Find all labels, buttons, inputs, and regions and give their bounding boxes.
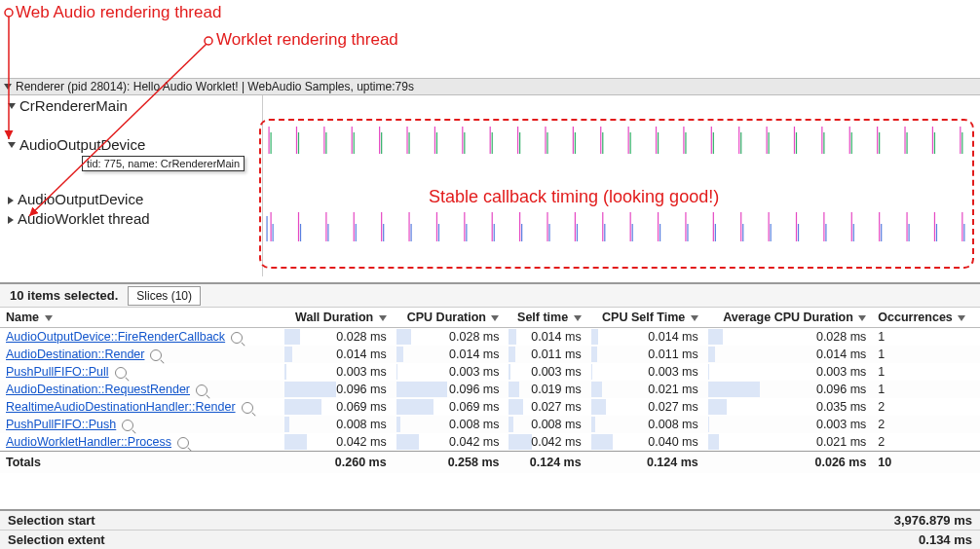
table-row[interactable]: PushPullFIFO::Push0.008 ms0.008 ms0.008 …	[0, 416, 980, 433]
cell-value: 0.003 ms	[281, 363, 393, 381]
slice-name[interactable]: PushPullFIFO::Pull	[0, 363, 281, 381]
cell-value: 0.003 ms	[704, 416, 873, 433]
cell-value: 0.069 ms	[281, 398, 393, 416]
slice-name[interactable]: RealtimeAudioDestinationHandler::Render	[0, 398, 281, 416]
annotation-web-audio: Web Audio rendering thread	[16, 3, 221, 22]
chevron-down-icon[interactable]	[4, 84, 12, 90]
slice-table: Name Wall Duration CPU Duration Self tim…	[0, 308, 980, 473]
cell-value: 0.028 ms	[281, 328, 393, 347]
items-selected-label: 10 items selected.	[10, 288, 118, 303]
cell-value: 0.008 ms	[505, 416, 586, 433]
selection-toolbar: 10 items selected. Slices (10)	[0, 282, 980, 308]
annotation-callout: Stable callback timing (looking good!)	[429, 187, 719, 207]
table-row[interactable]: PushPullFIFO::Pull0.003 ms0.003 ms0.003 …	[0, 363, 980, 381]
cell-occurrences: 1	[872, 346, 980, 363]
annotation-worklet: Worklet rendering thread	[216, 30, 398, 50]
table-row[interactable]: AudioDestination::RequestRender0.096 ms0…	[0, 381, 980, 398]
track-label: AudioWorklet thread	[18, 210, 150, 227]
col-name[interactable]: Name	[0, 308, 281, 328]
slice-name[interactable]: PushPullFIFO::Push	[0, 416, 281, 433]
col-avgcpu[interactable]: Average CPU Duration	[704, 308, 873, 328]
cell-value: 0.014 ms	[505, 328, 586, 347]
col-cpuself[interactable]: CPU Self Time	[587, 308, 704, 328]
zoom-icon[interactable]	[122, 420, 133, 431]
thread-tooltip: tid: 775, name: CrRendererMain	[82, 156, 245, 171]
cell-value: 0.027 ms	[505, 398, 586, 416]
cell-value: 0.014 ms	[587, 328, 704, 347]
cell-value: 0.042 ms	[505, 433, 586, 452]
cell-value: 0.021 ms	[704, 433, 873, 452]
cell-value: 0.042 ms	[393, 433, 506, 452]
slice-name[interactable]: AudioDestination::Render	[0, 346, 281, 363]
cell-value: 0.027 ms	[587, 398, 704, 416]
table-row[interactable]: AudioOutputDevice::FireRenderCallback0.0…	[0, 328, 980, 347]
svg-point-2	[205, 37, 212, 45]
slices-button[interactable]: Slices (10)	[128, 286, 201, 306]
chevron-right-icon[interactable]	[8, 216, 14, 224]
cell-occurrences: 2	[872, 416, 980, 433]
slice-name[interactable]: AudioDestination::RequestRender	[0, 381, 281, 398]
sort-icon	[691, 315, 698, 321]
slice-name[interactable]: AudioOutputDevice::FireRenderCallback	[0, 328, 281, 347]
cell-occurrences: 1	[872, 328, 980, 347]
col-cpu[interactable]: CPU Duration	[393, 308, 506, 328]
cell-value: 0.069 ms	[393, 398, 506, 416]
timeline-canvas[interactable]: Stable callback timing (looking good!)	[263, 95, 980, 276]
zoom-icon[interactable]	[231, 332, 243, 344]
sort-icon	[491, 315, 499, 321]
cell-occurrences: 2	[872, 398, 980, 416]
track-sidebar: CrRendererMain AudioOutputDevice AudioOu…	[0, 95, 263, 276]
cell-occurrences: 1	[872, 363, 980, 381]
track-audiooutputdevice-2[interactable]: AudioOutputDevice	[0, 189, 262, 208]
track-audioworklet[interactable]: AudioWorklet thread	[0, 208, 262, 228]
totals-row: Totals0.260 ms0.258 ms0.124 ms0.124 ms0.…	[0, 452, 980, 474]
cell-value: 0.014 ms	[393, 346, 506, 363]
selection-extent-label: Selection extent	[8, 532, 105, 547]
col-self[interactable]: Self time	[505, 308, 586, 328]
cell-value: 0.003 ms	[505, 363, 586, 381]
cell-value: 0.011 ms	[587, 346, 704, 363]
table-row[interactable]: AudioWorkletHandler::Process0.042 ms0.04…	[0, 433, 980, 452]
track-crrenderermain[interactable]: CrRendererMain	[0, 95, 262, 113]
cell-occurrences: 2	[872, 433, 980, 452]
selection-extent-value: 0.134 ms	[919, 532, 972, 547]
cell-value: 0.035 ms	[704, 398, 873, 416]
process-title: Renderer (pid 28014): Hello Audio Workle…	[16, 80, 414, 93]
slice-name[interactable]: AudioWorkletHandler::Process	[0, 433, 281, 452]
sort-icon	[574, 315, 582, 321]
col-occurrences[interactable]: Occurrences	[872, 308, 980, 328]
cell-value: 0.096 ms	[281, 381, 393, 398]
zoom-icon[interactable]	[196, 384, 207, 396]
cell-value: 0.028 ms	[393, 328, 506, 347]
track-label: AudioOutputDevice	[18, 191, 143, 207]
chevron-down-icon[interactable]	[8, 103, 16, 109]
cell-occurrences: 1	[872, 381, 980, 398]
col-wall[interactable]: Wall Duration	[281, 308, 393, 328]
cell-value: 0.096 ms	[393, 381, 506, 398]
cell-value: 0.008 ms	[281, 416, 393, 433]
track-audiooutputdevice[interactable]: AudioOutputDevice	[0, 134, 262, 152]
process-header[interactable]: Renderer (pid 28014): Hello Audio Workle…	[0, 78, 980, 95]
cell-value: 0.019 ms	[505, 381, 586, 398]
cell-value: 0.008 ms	[587, 416, 704, 433]
totals-label: Totals	[0, 452, 281, 474]
table-row[interactable]: RealtimeAudioDestinationHandler::Render0…	[0, 398, 980, 416]
cell-value: 0.040 ms	[587, 433, 704, 452]
zoom-icon[interactable]	[242, 402, 253, 414]
zoom-icon[interactable]	[177, 437, 189, 449]
cell-value: 0.008 ms	[393, 416, 506, 433]
cell-value: 0.028 ms	[704, 328, 873, 347]
chevron-right-icon[interactable]	[8, 197, 14, 204]
selection-start-label: Selection start	[8, 513, 95, 528]
table-row[interactable]: AudioDestination::Render0.014 ms0.014 ms…	[0, 346, 980, 363]
cell-value: 0.042 ms	[281, 433, 393, 452]
sort-icon	[45, 315, 53, 321]
chevron-down-icon[interactable]	[8, 142, 16, 148]
annotation-overlay: Web Audio rendering thread Worklet rende…	[0, 0, 980, 78]
cell-value: 0.014 ms	[704, 346, 873, 363]
zoom-icon[interactable]	[115, 367, 127, 379]
cell-value: 0.096 ms	[704, 381, 873, 398]
cell-value: 0.003 ms	[704, 363, 873, 381]
zoom-icon[interactable]	[150, 349, 162, 361]
cell-value: 0.011 ms	[505, 346, 586, 363]
